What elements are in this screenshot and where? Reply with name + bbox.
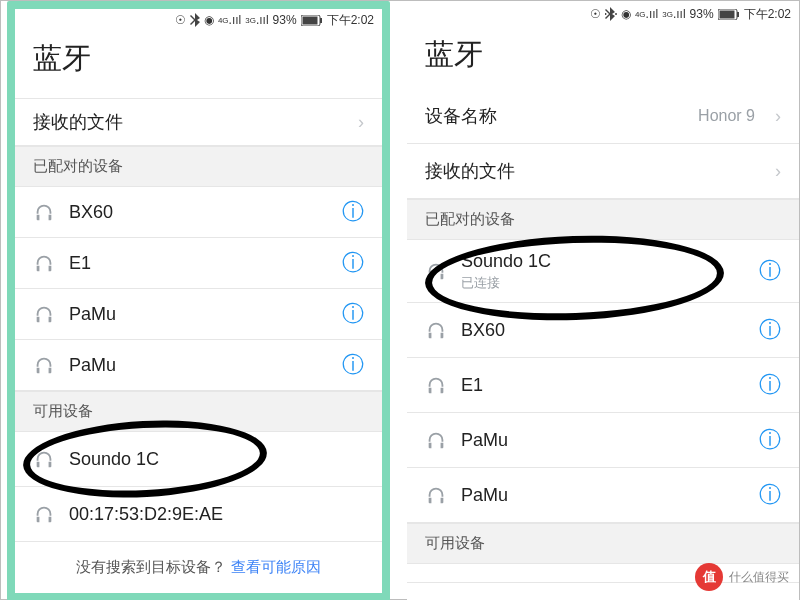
headphone-icon: [33, 252, 55, 274]
page-title: 蓝牙: [407, 27, 799, 89]
headphone-icon: [33, 201, 55, 223]
paired-device-row[interactable]: PaMu ⓘ: [15, 289, 382, 340]
phone-left: ☉ ◉ 4G.ııl 3G.ııl 93% 下午2:02 蓝牙 接收的文件 › …: [7, 1, 390, 600]
device-name: Soundo 1C: [461, 251, 745, 272]
svg-rect-6: [719, 10, 734, 18]
headphone-icon: [425, 429, 447, 451]
section-available: 可用设备: [15, 391, 382, 432]
paired-list: Soundo 1C 已连接 ⓘ BX60 ⓘ E1 ⓘ PaMu ⓘ: [407, 240, 799, 523]
device-name: BX60: [69, 202, 328, 223]
device-name: E1: [69, 253, 328, 274]
info-icon[interactable]: ⓘ: [759, 260, 781, 282]
headphone-icon: [425, 260, 447, 282]
available-device-row[interactable]: 00:17:53:D2:9E:AE: [15, 487, 382, 542]
info-icon[interactable]: ⓘ: [342, 201, 364, 223]
phone-right: ☉ ◉ 4G.ııl 3G.ııl 93% 下午2:02 蓝牙 设备名称 Hon…: [407, 1, 799, 600]
clock-icon: ☉: [175, 13, 186, 27]
paired-device-row[interactable]: BX60 ⓘ: [407, 303, 799, 358]
info-icon[interactable]: ⓘ: [759, 374, 781, 396]
device-name: PaMu: [69, 355, 328, 376]
battery-icon: [718, 9, 740, 20]
device-name-value: Honor 9: [698, 107, 755, 125]
eye-icon: ◉: [621, 7, 631, 21]
info-icon[interactable]: ⓘ: [342, 252, 364, 274]
signal-icon: 3G.ııl: [245, 13, 268, 27]
device-name: 00:17:53:D2:9E:AE: [69, 504, 364, 525]
section-available: 可用设备: [407, 523, 799, 564]
bluetooth-icon: [190, 13, 200, 27]
connection-status: 已连接: [461, 274, 745, 292]
device-name: PaMu: [461, 430, 745, 451]
battery-percent: 93%: [690, 7, 714, 21]
chevron-right-icon: ›: [358, 113, 364, 131]
bluetooth-connected-icon: [605, 7, 617, 21]
paired-list: BX60 ⓘ E1 ⓘ PaMu ⓘ PaMu ⓘ: [15, 187, 382, 391]
battery-percent: 93%: [273, 13, 297, 27]
status-bar: ☉ ◉ 4G.ııl 3G.ııl 93% 下午2:02: [407, 1, 799, 27]
not-found-footer: 没有搜索到目标设备？ 查看可能原因: [15, 542, 382, 593]
device-name: Soundo 1C: [69, 449, 364, 470]
paired-device-row[interactable]: E1 ⓘ: [407, 358, 799, 413]
headphone-icon: [33, 448, 55, 470]
headphone-icon: [33, 354, 55, 376]
chevron-right-icon: ›: [775, 107, 781, 125]
clock-time: 下午2:02: [327, 12, 374, 29]
signal-icon: 4G.ııl: [218, 13, 241, 27]
device-name: PaMu: [461, 485, 745, 506]
svg-rect-7: [737, 12, 739, 17]
device-name-label: 设备名称: [425, 104, 684, 128]
clock-time: 下午2:02: [744, 6, 791, 23]
paired-device-row[interactable]: PaMu ⓘ: [15, 340, 382, 391]
info-icon[interactable]: ⓘ: [342, 354, 364, 376]
info-icon[interactable]: ⓘ: [342, 303, 364, 325]
available-device-row[interactable]: Soundo 1C: [15, 432, 382, 487]
page-title: 蓝牙: [15, 31, 382, 93]
device-name: E1: [461, 375, 745, 396]
chevron-right-icon: ›: [775, 162, 781, 180]
svg-rect-2: [320, 18, 322, 23]
status-bar: ☉ ◉ 4G.ııl 3G.ııl 93% 下午2:02: [15, 9, 382, 31]
footer-text: 没有搜索到目标设备？: [76, 558, 226, 575]
watermark-badge: 值: [695, 563, 723, 591]
watermark: 值 什么值得买: [695, 563, 789, 591]
signal-icon: 4G.ııl: [635, 7, 658, 21]
paired-device-row[interactable]: PaMu ⓘ: [407, 413, 799, 468]
received-files-label: 接收的文件: [425, 159, 761, 183]
paired-device-row[interactable]: Soundo 1C 已连接 ⓘ: [407, 240, 799, 303]
svg-rect-1: [302, 16, 317, 24]
device-name: BX60: [461, 320, 745, 341]
svg-point-4: [615, 13, 617, 15]
received-files-label: 接收的文件: [33, 110, 344, 134]
paired-device-row[interactable]: BX60 ⓘ: [15, 187, 382, 238]
watermark-text: 什么值得买: [729, 569, 789, 586]
received-files-row[interactable]: 接收的文件 ›: [407, 144, 799, 199]
paired-device-row[interactable]: E1 ⓘ: [15, 238, 382, 289]
eye-icon: ◉: [204, 13, 214, 27]
paired-device-row[interactable]: PaMu ⓘ: [407, 468, 799, 523]
section-paired: 已配对的设备: [15, 146, 382, 187]
info-icon[interactable]: ⓘ: [759, 319, 781, 341]
headphone-icon: [425, 374, 447, 396]
info-icon[interactable]: ⓘ: [759, 484, 781, 506]
footer-link[interactable]: 查看可能原因: [231, 558, 321, 575]
clock-icon: ☉: [590, 7, 601, 21]
section-paired: 已配对的设备: [407, 199, 799, 240]
device-name: PaMu: [69, 304, 328, 325]
headphone-icon: [33, 303, 55, 325]
received-files-row[interactable]: 接收的文件 ›: [15, 99, 382, 146]
headphone-icon: [33, 503, 55, 525]
headphone-icon: [425, 319, 447, 341]
svg-point-3: [605, 13, 607, 15]
signal-icon: 3G.ııl: [662, 7, 685, 21]
device-name-row[interactable]: 设备名称 Honor 9 ›: [407, 89, 799, 144]
available-list: Soundo 1C 00:17:53:D2:9E:AE: [15, 432, 382, 542]
headphone-icon: [425, 484, 447, 506]
info-icon[interactable]: ⓘ: [759, 429, 781, 451]
battery-icon: [301, 15, 323, 26]
